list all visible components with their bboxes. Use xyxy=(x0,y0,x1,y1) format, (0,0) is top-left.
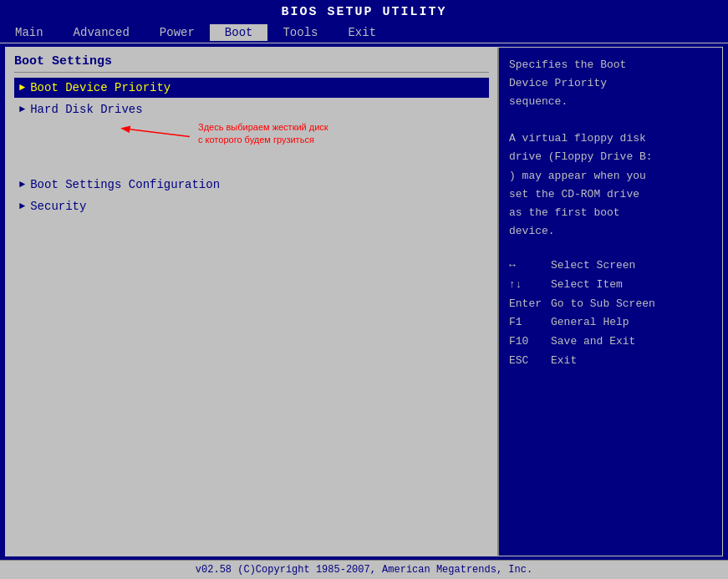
right-panel: Specifies the Boot Device Priority seque… xyxy=(499,48,722,556)
key-row: ↑↓Select Item xyxy=(509,277,712,294)
svg-line-0 xyxy=(123,129,190,137)
menu-item-tools[interactable]: Tools xyxy=(267,24,333,41)
key-help: ↔Select Screen↑↓Select ItemEnterGo to Su… xyxy=(509,257,712,370)
menu-item-power[interactable]: Power xyxy=(145,24,210,41)
key-row: ↔Select Screen xyxy=(509,257,712,275)
key-row: F10Save and Exit xyxy=(509,333,712,351)
key-desc: Select Item xyxy=(551,277,623,294)
menu-item-advanced[interactable]: Advanced xyxy=(59,24,145,41)
key-desc: Go to Sub Screen xyxy=(551,296,655,313)
menu-entry-boot-device-priority[interactable]: ► Boot Device Priority xyxy=(14,78,489,98)
key-sym: F10 xyxy=(509,333,551,351)
help-text: Specifies the Boot Device Priority seque… xyxy=(509,56,712,241)
entry-arrow: ► xyxy=(19,104,25,115)
key-desc: General Help xyxy=(551,314,629,332)
key-sym: ↑↓ xyxy=(509,277,551,294)
entry-arrow: ► xyxy=(19,179,25,190)
menu-item-main[interactable]: Main xyxy=(0,24,59,41)
key-row: ESCExit xyxy=(509,353,712,370)
annotation-text: Здесь выбираем жесткий диск с которого б… xyxy=(198,121,328,147)
bios-title: BIOS SETUP UTILITY xyxy=(0,0,728,23)
annotation-area: Здесь выбираем жесткий диск с которого б… xyxy=(14,121,489,171)
entry-label: Boot Settings Configuration xyxy=(30,178,220,191)
entry-label: Security xyxy=(30,200,86,213)
menu-bar: MainAdvancedPowerBootToolsExit xyxy=(0,23,728,43)
key-row: F1General Help xyxy=(509,314,712,332)
key-desc: Save and Exit xyxy=(551,333,635,351)
left-panel: Boot Settings ► Boot Device Priority ► H… xyxy=(6,48,499,556)
key-sym: Enter xyxy=(509,296,551,313)
menu-item-boot[interactable]: Boot xyxy=(210,24,268,41)
section-title: Boot Settings xyxy=(14,54,489,73)
key-sym: ESC xyxy=(509,353,551,370)
key-desc: Select Screen xyxy=(551,257,635,275)
entry-label: Hard Disk Drives xyxy=(30,103,142,116)
entry-arrow: ► xyxy=(19,82,25,94)
entry-arrow: ► xyxy=(19,201,25,212)
main-content: Boot Settings ► Boot Device Priority ► H… xyxy=(5,47,723,556)
menu-item-exit[interactable]: Exit xyxy=(333,24,391,41)
menu-entry-hard-disk-drives[interactable]: ► Hard Disk Drives xyxy=(14,99,489,119)
key-row: EnterGo to Sub Screen xyxy=(509,296,712,313)
key-sym: ↔ xyxy=(509,257,551,275)
menu-entry-security[interactable]: ► Security xyxy=(14,196,489,216)
key-sym: F1 xyxy=(509,314,551,332)
footer-bar: v02.58 (C)Copyright 1985-2007, American … xyxy=(0,560,728,579)
entry-label: Boot Device Priority xyxy=(30,81,171,94)
hard-disk-drives-section: ► Hard Disk Drives Здесь выбираем жестки… xyxy=(14,99,489,171)
menu-entry-boot-settings-configuration[interactable]: ► Boot Settings Configuration xyxy=(14,175,489,195)
key-desc: Exit xyxy=(551,353,577,370)
